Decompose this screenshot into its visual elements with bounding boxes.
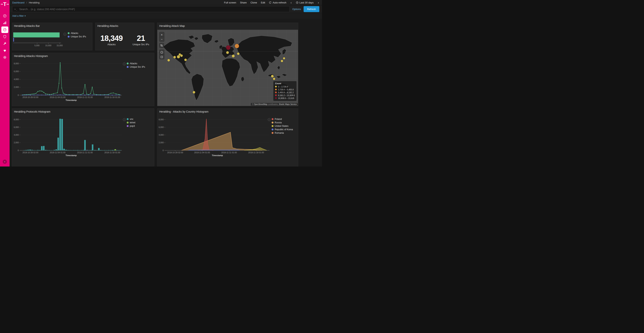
auto-refresh-button[interactable]: Auto-refresh — [269, 1, 286, 4]
svg-text:2018-11-18 01:00: 2018-11-18 01:00 — [248, 151, 264, 154]
sidebar-item-attack-map[interactable] — [1, 33, 8, 40]
svg-text:2018-11-04 01:00: 2018-11-04 01:00 — [194, 151, 210, 154]
map-legend-dot — [275, 86, 277, 88]
sidebar-item-discover[interactable] — [1, 13, 8, 19]
legend-toggle-icon[interactable]: › — [123, 118, 126, 121]
draw-polygon-button[interactable] — [160, 50, 164, 55]
svg-text:Timestamp: Timestamp — [66, 99, 77, 101]
legend-toggle-icon[interactable]: › — [268, 118, 271, 121]
svg-text:Timestamp: Timestamp — [212, 154, 223, 157]
search-input[interactable] — [19, 8, 288, 11]
osm-link[interactable]: OpenStreetMap — [254, 103, 268, 105]
legend-item[interactable]: pop3 — [127, 124, 135, 128]
map-legend-items: 3 – 2,729.42,729.4 – 5,455.85,455.8 – 8,… — [275, 85, 295, 100]
legend-item[interactable]: vnc — [127, 117, 135, 121]
world-map[interactable]: + − Count 3 – 2,729.42,729.4 – 5,455.85,… — [157, 30, 298, 106]
legend-item[interactable]: Unique Src IPs — [68, 35, 86, 38]
map-marker — [235, 44, 239, 48]
map-legend: Count 3 – 2,729.42,729.4 – 5,455.85,455.… — [273, 81, 296, 101]
draw-rectangle-button[interactable] — [160, 55, 164, 59]
legend-label: Romania — [275, 132, 284, 134]
fit-bounds-button[interactable] — [159, 43, 164, 48]
map-marker — [177, 55, 180, 58]
map-legend-dot — [275, 94, 277, 96]
main-area: Dashboard / Heralding Full screen Share … — [10, 0, 322, 167]
refresh-button[interactable]: Refresh — [304, 6, 319, 12]
legend-toggle-icon[interactable]: › — [64, 33, 66, 36]
breadcrumb-dashboard-link[interactable]: Dashboard — [12, 1, 24, 4]
zoom-out-button[interactable]: − — [160, 37, 164, 42]
panel-title: Heralding Attacks Bar — [12, 23, 92, 28]
legend-item[interactable]: Attacks — [68, 32, 86, 35]
map-legend-dot — [275, 89, 277, 90]
svg-text:4,000: 4,000 — [14, 134, 19, 136]
contributors-text: contributors, — [268, 103, 279, 105]
legend-item[interactable]: Attacks — [127, 62, 145, 65]
legend-item[interactable]: Republic of Korea — [272, 128, 293, 131]
map-marker — [180, 54, 183, 57]
kibana-dashboard-app: T ‹ — [0, 0, 322, 167]
legend-item[interactable]: telnet — [127, 121, 135, 124]
clone-button[interactable]: Clone — [250, 1, 257, 4]
svg-text:8,000: 8,000 — [14, 62, 19, 65]
map-legend-row: 8,182.2 – 10,908.6 — [275, 94, 295, 97]
map-legend-row: 10,908.6 – 13,635 — [275, 97, 295, 100]
metric: 18,349Attacks — [100, 34, 123, 46]
series-vnc — [24, 119, 121, 150]
elastic-maps-link[interactable]: Elastic Maps Service — [279, 103, 297, 105]
edit-button[interactable]: Edit — [261, 1, 265, 4]
hbar-Unique Src IPs — [13, 38, 14, 42]
legend-color-dot — [272, 122, 274, 124]
map-marker — [226, 46, 230, 50]
map-marker — [192, 91, 195, 93]
map-marker — [167, 59, 170, 61]
map-legend-label: 8,182.2 – 10,908.6 — [278, 94, 295, 97]
legend-item[interactable]: Unique Src IPs — [127, 65, 145, 69]
sidebar-collapse-button[interactable]: ‹ — [3, 160, 7, 164]
map-marker — [184, 59, 187, 61]
panel-attacks-metric: Heralding Attacks 18,349Attacks21Unique … — [95, 23, 154, 51]
legend-color-dot — [127, 125, 128, 127]
metric-value: 18,349 — [100, 34, 123, 43]
add-filter-link[interactable]: Add a filter + — [12, 15, 26, 17]
legend-toggle-icon[interactable]: › — [123, 63, 126, 65]
rectangle-icon — [160, 56, 163, 58]
legend-item[interactable]: Romania — [272, 131, 293, 135]
share-button[interactable]: Share — [240, 1, 247, 4]
sidebar-item-monitoring[interactable] — [1, 47, 8, 54]
map-legend-title: Count — [275, 82, 295, 85]
svg-text:4,000: 4,000 — [159, 134, 164, 136]
map-marker — [174, 56, 176, 58]
svg-text:0: 0 — [18, 94, 19, 96]
copyright-symbol: © — [252, 103, 254, 105]
chart-legend: AttacksUnique Src IPs — [127, 62, 145, 69]
zoom-in-button[interactable]: + — [160, 32, 164, 37]
sidebar-item-management[interactable] — [1, 54, 8, 61]
panel-attack-map: Heralding Attack Map — [157, 23, 298, 106]
map-legend-row: 5,455.8 – 8,182.2 — [275, 91, 295, 94]
options-link[interactable]: Options — [292, 8, 301, 11]
sidebar-item-dashboard[interactable] — [1, 27, 8, 33]
map-marker — [281, 60, 283, 62]
breadcrumb: Dashboard / Heralding — [12, 1, 40, 4]
map-legend-row: 3 – 2,729.4 — [275, 85, 295, 88]
logo-dot — [1, 4, 2, 5]
time-forward-button[interactable]: › — [318, 1, 319, 4]
svg-text:2,000: 2,000 — [14, 86, 19, 88]
legend-label: pop3 — [130, 125, 135, 127]
legend-color-dot — [127, 63, 128, 65]
panel-protocols-histogram: Heralding Protocols Histogram 02,0004,00… — [12, 108, 154, 167]
sidebar-item-visualize[interactable] — [1, 20, 8, 26]
map-attribution: © OpenStreetMap contributors, Elastic Ma… — [251, 103, 298, 106]
full-screen-button[interactable]: Full screen — [224, 1, 236, 4]
breadcrumb-current: Heralding — [29, 1, 40, 4]
terminal-prompt-icon: >_ — [14, 8, 17, 11]
legend-item[interactable]: United States — [272, 124, 293, 128]
time-range-picker[interactable]: Last 30 days — [296, 1, 314, 4]
time-back-button[interactable]: ‹ — [290, 1, 292, 4]
sidebar-item-devtools[interactable] — [1, 40, 8, 47]
panel-attacks-histogram: Heralding Attacks Histogram 02,0004,0006… — [12, 53, 154, 106]
legend-item[interactable]: Poland — [272, 117, 293, 121]
legend-item[interactable]: Russia — [272, 121, 293, 124]
axis-tick-label: 10,000 — [45, 44, 51, 47]
